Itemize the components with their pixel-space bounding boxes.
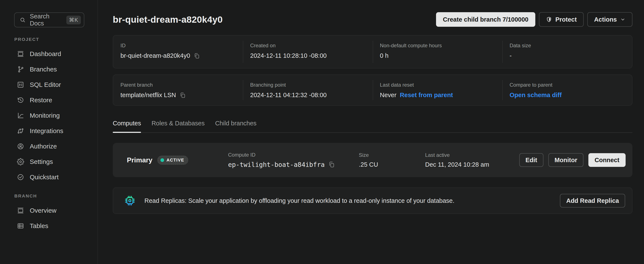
status-dot xyxy=(160,158,164,162)
field-parent-branch: Parent branch template/netflix LSN xyxy=(113,75,243,105)
field-value: br-quiet-dream-a820k4y0 xyxy=(120,52,190,59)
branches-icon xyxy=(17,66,24,73)
quickstart-icon xyxy=(17,174,24,181)
integrations-icon xyxy=(17,127,24,134)
size-value: .25 CU xyxy=(359,161,378,168)
compute-buttons: Edit Monitor Connect xyxy=(519,153,626,167)
chevron-down-icon xyxy=(620,17,626,22)
sidebar-item-quickstart[interactable]: Quickstart xyxy=(0,170,98,185)
field-id: ID br-quiet-dream-a820k4y0 xyxy=(113,36,243,68)
sidebar-item-label: Integrations xyxy=(30,127,63,134)
search-label: Search Docs xyxy=(30,13,62,27)
field-label: Parent branch xyxy=(120,82,243,88)
sidebar-item-label: Authorize xyxy=(30,143,57,150)
sidebar-item-dashboard[interactable]: Dashboard xyxy=(0,46,98,62)
search-icon xyxy=(20,17,26,23)
search-shortcut-badge: ⌘K xyxy=(66,16,81,24)
status-badge: ACTIVE xyxy=(157,156,188,165)
edit-button[interactable]: Edit xyxy=(519,153,544,167)
protect-button[interactable]: Protect xyxy=(539,12,584,27)
sidebar-item-sql-editor[interactable]: SQL Editor xyxy=(0,77,98,92)
compute-id-value: ep-twilight-boat-a84ibfra xyxy=(228,161,325,168)
compute-id-label: Compute ID xyxy=(228,152,359,158)
copy-icon[interactable] xyxy=(328,161,335,168)
compute-size-column: Size .25 CU xyxy=(359,152,425,168)
page-header: br-quiet-dream-a820k4y0 Create child bra… xyxy=(113,12,632,27)
monitor-button[interactable]: Monitor xyxy=(548,153,584,167)
read-replica-banner: Read Replicas: Scale your application by… xyxy=(113,188,632,214)
sidebar-item-restore[interactable]: Restore xyxy=(0,92,98,108)
tab-roles-databases[interactable]: Roles & Databases xyxy=(152,120,204,132)
sidebar-item-label: Quickstart xyxy=(30,174,58,181)
field-value: - xyxy=(510,52,512,59)
field-last-data-reset: Last data reset Never Reset from parent xyxy=(373,75,502,105)
status-label: ACTIVE xyxy=(166,158,184,162)
sidebar-item-tables[interactable]: Tables xyxy=(0,218,98,234)
protect-label: Protect xyxy=(556,16,577,23)
field-value: 0 h xyxy=(380,52,388,59)
settings-icon xyxy=(17,158,24,165)
sidebar-item-label: SQL Editor xyxy=(30,81,61,88)
reset-from-parent-link[interactable]: Reset from parent xyxy=(400,92,453,99)
field-created-on: Created on 2024-12-11 10:28:10 -08:00 xyxy=(243,36,372,68)
sidebar-item-label: Overview xyxy=(30,207,56,214)
authorize-icon xyxy=(17,143,24,150)
sidebar-item-authorize[interactable]: Authorize xyxy=(0,139,98,154)
field-value: 2024-12-11 10:28:10 -08:00 xyxy=(250,52,326,59)
branch-parent-card: Parent branch template/netflix LSN Branc… xyxy=(113,74,632,106)
sidebar-nav: PROJECT Dashboard Branches SQL Editor xyxy=(0,37,98,234)
size-label: Size xyxy=(359,152,425,158)
field-label: ID xyxy=(120,42,243,48)
open-schema-diff-link[interactable]: Open schema diff xyxy=(510,92,562,99)
monitoring-icon xyxy=(17,112,24,119)
tables-icon xyxy=(17,222,24,230)
nav-section-project: PROJECT xyxy=(14,37,98,42)
sql-editor-icon xyxy=(17,81,24,88)
copy-icon[interactable] xyxy=(180,92,186,99)
header-actions: Create child branch 7/100000 Protect Act… xyxy=(436,12,632,27)
search-docs-button[interactable]: Search Docs ⌘K xyxy=(14,12,84,28)
create-child-branch-button[interactable]: Create child branch 7/100000 xyxy=(436,12,535,27)
sidebar-item-label: Dashboard xyxy=(30,50,61,58)
sidebar-item-label: Branches xyxy=(30,66,57,73)
field-label: Non-default compute hours xyxy=(380,42,502,48)
sidebar-item-settings[interactable]: Settings xyxy=(0,154,98,170)
branch-details-card: ID br-quiet-dream-a820k4y0 Created on 20… xyxy=(113,35,632,68)
compute-id-column: Compute ID ep-twilight-boat-a84ibfra xyxy=(228,152,359,168)
cpu-chip-icon xyxy=(124,195,136,207)
tab-computes[interactable]: Computes xyxy=(113,120,141,132)
field-value: template/netflix LSN xyxy=(120,92,176,99)
tab-child-branches[interactable]: Child branches xyxy=(215,120,256,132)
sidebar: Search Docs ⌘K PROJECT Dashboard Branche… xyxy=(0,0,98,264)
sidebar-item-label: Settings xyxy=(30,158,53,165)
compute-name-group: Primary ACTIVE xyxy=(127,156,228,165)
field-data-size: Data size - xyxy=(502,36,632,68)
field-compare-to-parent: Compare to parent Open schema diff xyxy=(502,75,632,105)
field-compute-hours: Non-default compute hours 0 h xyxy=(373,36,502,68)
copy-icon[interactable] xyxy=(194,52,200,59)
add-read-replica-button[interactable]: Add Read Replica xyxy=(560,194,625,208)
compute-row: Primary ACTIVE Compute ID ep-twilight-bo… xyxy=(113,143,632,177)
sidebar-item-label: Monitoring xyxy=(30,112,60,119)
shield-icon xyxy=(546,16,552,23)
field-branching-point: Branching point 2024-12-11 04:12:32 -08:… xyxy=(243,75,372,105)
field-label: Last data reset xyxy=(380,82,502,88)
compute-last-active-column: Last active Dec 11, 2024 10:28 am xyxy=(425,152,519,168)
last-active-value: Dec 11, 2024 10:28 am xyxy=(425,161,489,168)
sidebar-item-branches[interactable]: Branches xyxy=(0,62,98,77)
page-title: br-quiet-dream-a820k4y0 xyxy=(113,14,223,25)
field-label: Compare to parent xyxy=(510,82,632,88)
connect-button[interactable]: Connect xyxy=(588,153,626,167)
actions-button[interactable]: Actions xyxy=(587,12,632,27)
sidebar-item-integrations[interactable]: Integrations xyxy=(0,123,98,139)
actions-label: Actions xyxy=(594,16,617,23)
field-value: Never xyxy=(380,92,396,99)
main-content: br-quiet-dream-a820k4y0 Create child bra… xyxy=(98,0,644,264)
field-label: Created on xyxy=(250,42,372,48)
restore-icon xyxy=(17,96,24,104)
field-value: 2024-12-11 04:12:32 -08:00 xyxy=(250,92,326,99)
compute-name: Primary xyxy=(127,156,152,164)
sidebar-item-overview[interactable]: Overview xyxy=(0,203,98,218)
overview-icon xyxy=(17,207,24,214)
sidebar-item-monitoring[interactable]: Monitoring xyxy=(0,108,98,123)
